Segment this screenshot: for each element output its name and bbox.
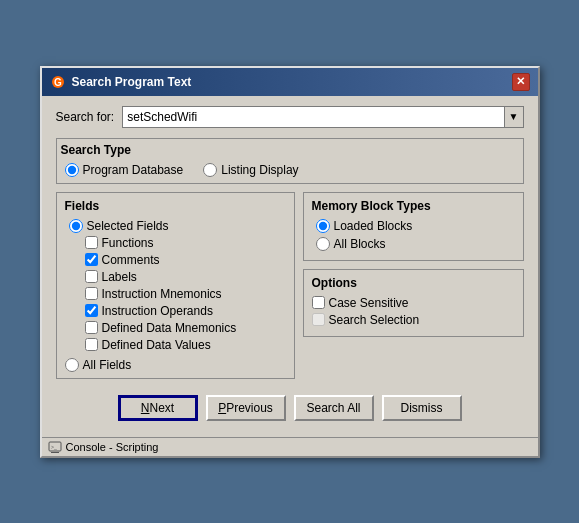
search-type-title: Search Type — [57, 139, 523, 159]
case-sensitive-item[interactable]: Case Sensitive — [312, 296, 515, 310]
search-selection-checkbox — [312, 313, 325, 326]
fields-title: Fields — [65, 199, 286, 213]
svg-text:>_: >_ — [51, 444, 57, 450]
case-sensitive-label: Case Sensitive — [329, 296, 409, 310]
loaded-blocks-label: Loaded Blocks — [334, 219, 413, 233]
memory-block-title: Memory Block Types — [312, 199, 515, 213]
all-blocks-radio[interactable] — [316, 237, 330, 251]
dismiss-label: Dismiss — [401, 401, 443, 415]
all-fields-radio[interactable] — [65, 358, 79, 372]
comments-label: Comments — [102, 253, 160, 267]
dismiss-button[interactable]: Dismiss — [382, 395, 462, 421]
app-icon: G — [50, 74, 66, 90]
all-fields-label: All Fields — [83, 358, 132, 372]
dialog-title: Search Program Text — [72, 75, 192, 89]
search-input[interactable] — [122, 106, 503, 128]
search-row: Search for: ▼ — [56, 106, 524, 128]
search-selection-item: Search Selection — [312, 313, 515, 327]
console-icon: >_ — [48, 440, 62, 454]
loaded-blocks-option[interactable]: Loaded Blocks — [316, 219, 515, 233]
instr-mnemonics-label: Instruction Mnemonics — [102, 287, 222, 301]
search-label: Search for: — [56, 110, 115, 124]
listing-display-option[interactable]: Listing Display — [203, 163, 298, 177]
svg-rect-3 — [51, 452, 59, 453]
listing-display-radio[interactable] — [203, 163, 217, 177]
def-data-mnemonics-label: Defined Data Mnemonics — [102, 321, 237, 335]
search-dialog: G Search Program Text ✕ Search for: ▼ Se… — [40, 66, 540, 458]
title-bar: G Search Program Text ✕ — [42, 68, 538, 96]
columns-row: Fields Selected Fields Functions Comment… — [56, 192, 524, 379]
instr-operands-label: Instruction Operands — [102, 304, 213, 318]
next-label: NNext — [141, 401, 174, 415]
all-blocks-option[interactable]: All Blocks — [316, 237, 515, 251]
svg-text:G: G — [54, 77, 62, 88]
search-type-content: Program Database Listing Display — [57, 159, 523, 183]
title-bar-left: G Search Program Text — [50, 74, 192, 90]
next-button[interactable]: NNext — [118, 395, 198, 421]
memory-block-section: Memory Block Types Loaded Blocks All Blo… — [303, 192, 524, 261]
def-data-values-label: Defined Data Values — [102, 338, 211, 352]
program-db-option[interactable]: Program Database — [65, 163, 184, 177]
loaded-blocks-radio[interactable] — [316, 219, 330, 233]
search-input-wrapper: ▼ — [122, 106, 523, 128]
instr-mnemonics-checkbox-item[interactable]: Instruction Mnemonics — [85, 287, 286, 301]
fields-section: Fields Selected Fields Functions Comment… — [56, 192, 295, 379]
def-data-values-checkbox-item[interactable]: Defined Data Values — [85, 338, 286, 352]
functions-checkbox-item[interactable]: Functions — [85, 236, 286, 250]
all-blocks-label: All Blocks — [334, 237, 386, 251]
previous-button[interactable]: PPrevious — [206, 395, 286, 421]
search-dropdown-button[interactable]: ▼ — [504, 106, 524, 128]
search-type-radio-group: Program Database Listing Display — [65, 163, 299, 177]
right-column: Memory Block Types Loaded Blocks All Blo… — [303, 192, 524, 379]
options-title: Options — [312, 276, 515, 290]
options-section: Options Case Sensitive Search Selection — [303, 269, 524, 337]
close-button[interactable]: ✕ — [512, 73, 530, 91]
labels-checkbox-item[interactable]: Labels — [85, 270, 286, 284]
previous-label: PPrevious — [218, 401, 273, 415]
status-bar: >_ Console - Scripting — [42, 437, 538, 456]
def-data-mnemonics-checkbox[interactable] — [85, 321, 98, 334]
def-data-mnemonics-checkbox-item[interactable]: Defined Data Mnemonics — [85, 321, 286, 335]
selected-fields-label: Selected Fields — [87, 219, 169, 233]
instr-operands-checkbox[interactable] — [85, 304, 98, 317]
case-sensitive-checkbox[interactable] — [312, 296, 325, 309]
program-db-label: Program Database — [83, 163, 184, 177]
instr-mnemonics-checkbox[interactable] — [85, 287, 98, 300]
def-data-values-checkbox[interactable] — [85, 338, 98, 351]
buttons-row: NNext PPrevious Search All Dismiss — [56, 387, 524, 427]
comments-checkbox[interactable] — [85, 253, 98, 266]
checkboxes-group: Functions Comments Labels Instruction Mn… — [85, 236, 286, 352]
search-all-label: Search All — [306, 401, 360, 415]
listing-display-label: Listing Display — [221, 163, 298, 177]
search-type-section: Search Type Program Database Listing Dis… — [56, 138, 524, 184]
instr-operands-checkbox-item[interactable]: Instruction Operands — [85, 304, 286, 318]
labels-checkbox[interactable] — [85, 270, 98, 283]
all-fields-option[interactable]: All Fields — [65, 358, 286, 372]
comments-checkbox-item[interactable]: Comments — [85, 253, 286, 267]
functions-checkbox[interactable] — [85, 236, 98, 249]
labels-label: Labels — [102, 270, 137, 284]
selected-fields-option[interactable]: Selected Fields — [69, 219, 286, 233]
status-label: Console - Scripting — [66, 441, 159, 453]
search-selection-label: Search Selection — [329, 313, 420, 327]
program-db-radio[interactable] — [65, 163, 79, 177]
search-all-button[interactable]: Search All — [294, 395, 374, 421]
dialog-body: Search for: ▼ Search Type Program Databa… — [42, 96, 538, 437]
functions-label: Functions — [102, 236, 154, 250]
selected-fields-radio[interactable] — [69, 219, 83, 233]
